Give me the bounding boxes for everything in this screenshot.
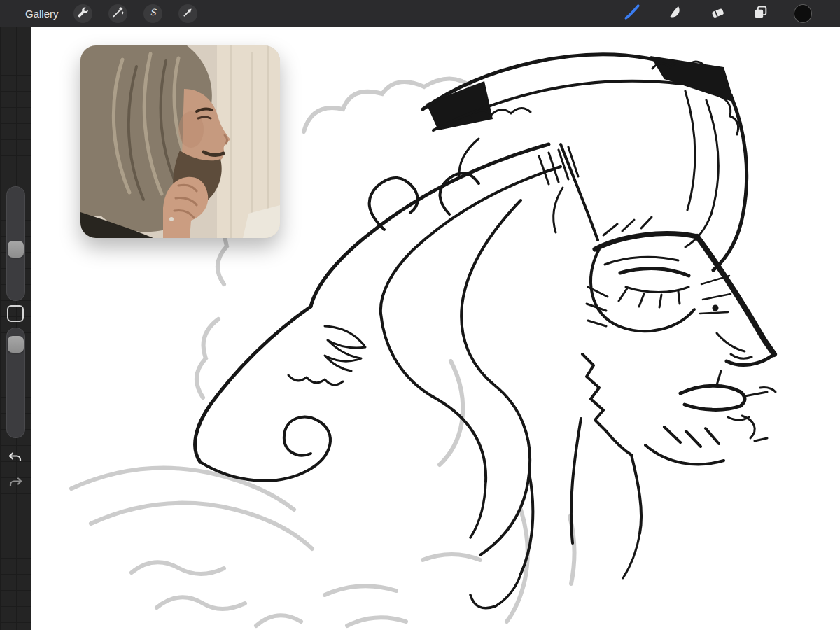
brush-size-handle[interactable] xyxy=(8,241,24,258)
undo-button[interactable] xyxy=(7,449,24,466)
modify-button[interactable] xyxy=(7,305,24,322)
color-swatch xyxy=(794,4,812,23)
selection-button[interactable]: S xyxy=(144,4,162,23)
paintbrush-icon xyxy=(624,4,640,23)
layers-icon xyxy=(752,4,769,23)
brush-size-slider[interactable] xyxy=(6,186,25,301)
actions-button[interactable] xyxy=(74,4,92,23)
workspace-background xyxy=(0,27,840,630)
redo-button[interactable] xyxy=(7,475,24,491)
adjustments-button[interactable] xyxy=(108,4,127,23)
smudge-icon xyxy=(667,4,682,22)
selection-s-icon: S xyxy=(147,6,159,21)
wrench-icon xyxy=(77,6,89,21)
procreate-app: Gallery xyxy=(0,0,840,630)
opacity-slider[interactable] xyxy=(6,328,25,438)
paint-tool-button[interactable] xyxy=(623,4,641,22)
eraser-icon xyxy=(710,4,726,23)
sidebar-tools xyxy=(0,27,31,630)
drawing-canvas[interactable] xyxy=(31,27,840,630)
top-toolbar: Gallery xyxy=(0,0,840,27)
erase-tool-button[interactable] xyxy=(708,4,727,22)
undo-icon xyxy=(7,458,24,468)
toolbar-left-group: Gallery xyxy=(0,4,197,23)
redo-icon xyxy=(7,483,24,493)
toolbar-right-group xyxy=(623,4,840,22)
transform-arrow-icon xyxy=(182,6,194,21)
transform-button[interactable] xyxy=(178,4,197,23)
layers-button[interactable] xyxy=(751,4,769,22)
reference-photo xyxy=(80,46,280,238)
color-button[interactable] xyxy=(794,4,812,22)
gallery-button[interactable]: Gallery xyxy=(25,8,59,20)
svg-text:S: S xyxy=(150,6,157,17)
reference-image[interactable] xyxy=(80,46,280,238)
opacity-handle[interactable] xyxy=(8,336,24,353)
smudge-tool-button[interactable] xyxy=(666,4,684,22)
magic-wand-icon xyxy=(112,6,124,21)
